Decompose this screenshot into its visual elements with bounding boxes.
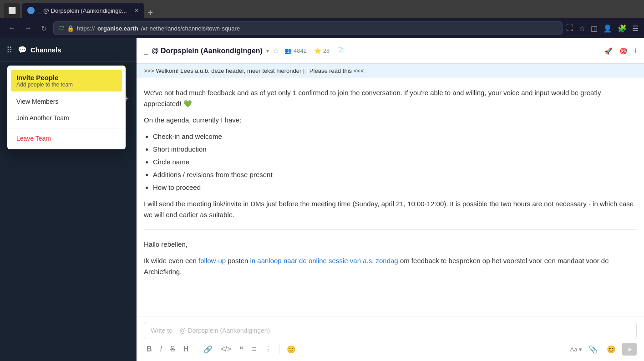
code-button[interactable]: </> <box>218 343 234 355</box>
strikethrough-button[interactable]: S <box>167 343 178 355</box>
rocket-icon[interactable]: 🚀 <box>604 47 612 55</box>
agenda-item-1: Short introduction <box>153 144 637 155</box>
target-icon[interactable]: 🎯 <box>619 47 627 55</box>
message-1: We've not had much feedback and as of ye… <box>144 87 637 220</box>
browser-tabs: ⬜ _ @ Dorpsplein (Aankondiginge... ✕ + <box>0 0 644 18</box>
join-another-team-label: Join Another Team <box>16 114 69 122</box>
channels-icon: 💬 <box>18 46 27 54</box>
tab-favicon <box>27 7 35 14</box>
view-members-item[interactable]: View Members <box>7 93 126 110</box>
toolbar-divider-1 <box>196 345 196 354</box>
channels-section: 💬 Channels <box>18 46 61 54</box>
channel-header: _ @ Dorpsplein (Aankondigingen) ▾ ☆ 👥 48… <box>137 38 644 64</box>
url-path: /xr-netherlands/channels/town-square <box>141 25 240 32</box>
back-button[interactable]: ← <box>5 22 18 34</box>
apps-icon[interactable]: ⠿ <box>6 45 12 55</box>
channel-title: _ @ Dorpsplein (Aankondigingen) ▾ ☆ <box>144 46 279 55</box>
italic-button[interactable]: I <box>157 343 165 355</box>
star-count-item: ⭐ 28 <box>314 47 330 54</box>
link-button[interactable]: 🔗 <box>201 343 215 356</box>
msg1-footer: I will send the meeting link/invite in D… <box>144 198 637 220</box>
address-bar[interactable]: 🛡 🔒 https://organise.earth/xr-netherland… <box>53 21 563 35</box>
sidebar: ⠿ 💬 Channels xrNetherlands ▾ + Invite P <box>0 38 137 361</box>
info-icon[interactable]: ℹ <box>634 47 637 55</box>
tab-inactive[interactable]: ⬜ <box>4 3 20 18</box>
member-count-item: 👥 4842 <box>284 47 307 54</box>
toolbar-icons: ⛶ ☆ ◫ 👤 🧩 ☰ <box>566 24 639 33</box>
members-icon: 👥 <box>284 47 292 54</box>
profile-icon[interactable]: 👤 <box>603 24 612 33</box>
unordered-list-button[interactable]: ≡ <box>249 343 259 355</box>
channel-banner: >>> Welkom! Lees a.u.b. deze header, mee… <box>137 64 644 78</box>
channel-name: @ Dorpsplein (Aankondigingen) <box>152 47 263 55</box>
channel-header-right: 🚀 🎯 ℹ <box>604 47 637 55</box>
agenda-list: Check-in and welcome Short introduction … <box>153 131 637 193</box>
firefox-pocket-icon[interactable]: ◫ <box>591 24 598 33</box>
app: ⠿ 💬 Channels xrNetherlands ▾ + Invite P <box>0 38 644 361</box>
msg2-body: Ik wilde even een follow-up posten in aa… <box>144 255 637 277</box>
channels-label: Channels <box>30 46 61 54</box>
join-another-team-item[interactable]: Join Another Team <box>7 110 126 126</box>
input-toolbar: B I S H 🔗 </> ❝ ≡ ⋮ 🙂 Aa ▾ 📎 😊 <box>144 343 637 356</box>
agenda-item-2: Circle name <box>153 157 637 168</box>
main-content: _ @ Dorpsplein (Aankondigingen) ▾ ☆ 👥 48… <box>137 38 644 361</box>
send-button[interactable]: ➤ <box>622 343 637 356</box>
messages-area[interactable]: We've not had much feedback and as of ye… <box>137 78 644 316</box>
channel-chevron-icon[interactable]: ▾ <box>266 48 269 54</box>
banner-text: >>> Welkom! Lees a.u.b. deze header, mee… <box>144 67 364 74</box>
emoji-text-button[interactable]: 🙂 <box>284 343 299 356</box>
message-input-area: Write to _ @ Dorpsplein (Aankondigingen)… <box>137 316 644 361</box>
font-size-button[interactable]: Aa ▾ <box>570 346 582 353</box>
channel-prefix: _ <box>144 47 148 55</box>
dropdown-divider <box>7 128 126 128</box>
msg2-text-pre: Ik wilde even een <box>144 257 198 264</box>
translate-icon[interactable]: ⛶ <box>566 24 573 33</box>
star-count: 28 <box>323 47 330 54</box>
msg1-paragraph: We've not had much feedback and as of ye… <box>144 87 637 109</box>
ordered-list-button[interactable]: ⋮ <box>262 343 274 356</box>
lock-icon: 🔒 <box>67 25 74 32</box>
team-dropdown-menu: Invite People Add people to the team Vie… <box>7 66 126 149</box>
follow-up-link[interactable]: follow-up <box>198 257 226 264</box>
toolbar-right: Aa ▾ 📎 😊 ➤ <box>570 343 637 356</box>
extensions-icon[interactable]: 🧩 <box>618 24 627 33</box>
app-topbar: ⠿ 💬 Channels <box>0 38 136 62</box>
member-count: 4842 <box>294 47 307 54</box>
invite-people-label: Invite People <box>16 74 59 81</box>
bookmark-star-icon[interactable]: ☆ <box>579 24 585 33</box>
emoji-button[interactable]: 😊 <box>604 343 619 356</box>
tab-label: _ @ Dorpsplein (Aankondiginge... <box>38 7 127 14</box>
url-protocol: https:// <box>77 25 95 32</box>
forward-button[interactable]: → <box>22 22 35 34</box>
msg2-text-mid: posten <box>226 257 250 264</box>
heading-button[interactable]: H <box>181 343 192 355</box>
url-domain: organise.earth <box>97 25 138 32</box>
toolbar-divider-2 <box>279 345 279 354</box>
shield-icon: 🛡 <box>58 25 64 32</box>
quote-button[interactable]: ❝ <box>237 343 246 356</box>
tab-close-button[interactable]: ✕ <box>134 7 139 14</box>
new-tab-button[interactable]: + <box>148 8 153 18</box>
leave-team-label: Leave Team <box>16 135 51 142</box>
tab-active[interactable]: _ @ Dorpsplein (Aankondiginge... ✕ <box>22 3 144 18</box>
menu-icon[interactable]: ☰ <box>632 24 639 33</box>
channel-star-icon[interactable]: ☆ <box>273 46 279 55</box>
agenda-item-4: How to proceed <box>153 182 637 193</box>
reload-button[interactable]: ↻ <box>38 22 50 35</box>
bold-button[interactable]: B <box>144 343 155 355</box>
sessie-link[interactable]: in aanloop naar de online sessie van a.s… <box>250 257 398 264</box>
document-icon[interactable]: 📄 <box>337 47 344 54</box>
msg1-agenda-intro: On the agenda, currently I have: <box>144 115 637 126</box>
message-input[interactable]: Write to _ @ Dorpsplein (Aankondigingen) <box>144 322 637 339</box>
tab-icon: ⬜ <box>8 7 16 14</box>
leave-team-item[interactable]: Leave Team <box>7 130 126 147</box>
attachment-button[interactable]: 📎 <box>586 343 600 356</box>
agenda-item-3: Additions / revisions from those present <box>153 169 637 180</box>
invite-people-sublabel: Add people to the team <box>16 81 73 88</box>
view-members-label: View Members <box>16 98 58 105</box>
agenda-item-0: Check-in and welcome <box>153 131 637 142</box>
message-2: Hallo rebellen, Ik wilde even een follow… <box>144 239 637 277</box>
msg2-greeting: Hallo rebellen, <box>144 239 637 250</box>
browser-toolbar: ← → ↻ 🛡 🔒 https://organise.earth/xr-neth… <box>0 18 644 38</box>
invite-people-item[interactable]: Invite People Add people to the team <box>11 70 122 92</box>
